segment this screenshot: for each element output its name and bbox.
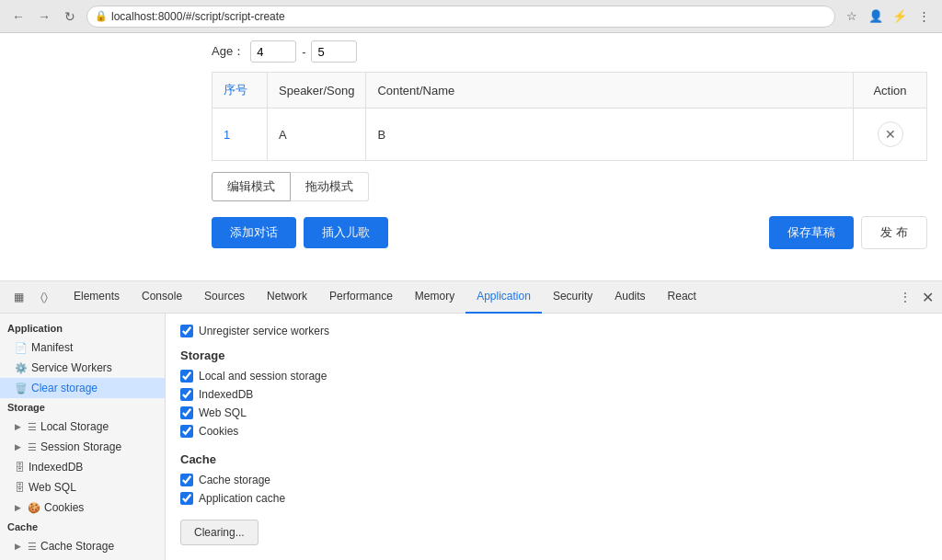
storage-section: Storage Local and session storage Indexe… <box>180 349 927 438</box>
cache-section-title: Cache <box>180 452 927 466</box>
extensions-button[interactable]: ⚡ <box>889 6 911 28</box>
age-separator: - <box>302 45 305 59</box>
profile-button[interactable]: 👤 <box>865 6 887 28</box>
cache-storage-icon: ☰ <box>28 541 37 553</box>
back-button[interactable]: ← <box>7 6 29 28</box>
cookies-icon: 🍪 <box>28 502 40 514</box>
age-input-1[interactable] <box>250 40 296 63</box>
row-speaker: A <box>279 128 287 142</box>
age-input-2[interactable] <box>311 40 357 63</box>
devtools: ▦ 〈〉 Elements Console Sources Network Pe… <box>0 281 942 560</box>
sidebar-item-local-storage[interactable]: ▶ ☰ Local Storage <box>0 417 165 437</box>
cache-storage-checkbox[interactable] <box>180 474 193 486</box>
more-tabs-button[interactable]: ⋮ <box>894 286 916 308</box>
table-row: 1 A B ✕ <box>213 109 927 161</box>
clear-storage-icon: 🗑️ <box>15 383 28 394</box>
unregister-label: Unregister service workers <box>199 325 329 337</box>
insert-song-button[interactable]: 插入儿歌 <box>304 217 388 248</box>
web-sql-icon: 🗄 <box>15 482 25 493</box>
tab-security[interactable]: Security <box>542 281 603 314</box>
col-header-number: 序号 <box>213 73 268 109</box>
browser-chrome: ← → ↻ 🔒 localhost:8000/#/script/script-c… <box>0 0 942 33</box>
local-storage-arrow: ▶ <box>15 422 24 431</box>
delete-row-button[interactable]: ✕ <box>878 121 903 147</box>
tab-memory[interactable]: Memory <box>404 281 465 314</box>
action-row: 添加对话 插入儿歌 保存草稿 发 布 <box>212 216 927 249</box>
clear-button[interactable]: Clearing... <box>180 520 258 545</box>
unregister-row: Unregister service workers <box>180 325 927 337</box>
tab-performance[interactable]: Performance <box>318 281 404 314</box>
forward-button[interactable]: → <box>33 6 55 28</box>
devtools-close-button[interactable]: ✕ <box>916 286 938 308</box>
tab-audits[interactable]: Audits <box>603 281 656 314</box>
address-bar[interactable]: 🔒 localhost:8000/#/script/script-create <box>86 6 835 28</box>
application-cache-checkbox[interactable] <box>180 492 193 505</box>
sidebar-item-session-storage[interactable]: ▶ ☰ Session Storage <box>0 437 165 457</box>
mode-buttons: 编辑模式 拖动模式 <box>212 172 927 201</box>
sidebar-item-service-workers[interactable]: ⚙️ Service Workers <box>0 358 165 378</box>
sidebar-clear-storage-label: Clear storage <box>31 382 98 394</box>
inspect-element-button[interactable]: ▦ <box>7 286 29 308</box>
checkbox-cache-storage: Cache storage <box>180 474 927 486</box>
sidebar-item-cache-storage[interactable]: ▶ ☰ Cache Storage <box>0 536 165 556</box>
col-header-content: Content/Name <box>366 73 854 109</box>
session-storage-arrow: ▶ <box>15 442 24 451</box>
local-session-checkbox[interactable] <box>180 370 193 383</box>
checkbox-web-sql: Web SQL <box>180 406 927 419</box>
cache-storage-label: Cache storage <box>199 474 270 486</box>
lock-icon: 🔒 <box>95 10 108 22</box>
unregister-checkbox[interactable] <box>180 325 193 337</box>
checkbox-indexeddb: IndexedDB <box>180 388 927 401</box>
save-draft-button[interactable]: 保存草稿 <box>769 216 854 249</box>
star-button[interactable]: ☆ <box>841 6 863 28</box>
age-label: Age： <box>212 43 245 60</box>
col-header-speaker: Speaker/Song <box>268 73 366 109</box>
service-workers-icon: ⚙️ <box>15 362 28 374</box>
drag-mode-button[interactable]: 拖动模式 <box>291 172 369 201</box>
manifest-icon: 📄 <box>15 342 28 354</box>
sidebar-web-sql-label: Web SQL <box>29 481 76 494</box>
sidebar-item-cookies[interactable]: ▶ 🍪 Cookies <box>0 497 165 518</box>
sidebar-item-manifest[interactable]: 📄 Manifest <box>0 337 165 358</box>
sidebar-item-clear-storage[interactable]: 🗑️ Clear storage <box>0 378 165 398</box>
application-cache-label: Application cache <box>199 492 285 505</box>
sidebar-storage-header: Storage <box>0 398 165 417</box>
web-sql-checkbox[interactable] <box>180 406 193 419</box>
indexeddb-label: IndexedDB <box>199 388 253 401</box>
tab-network[interactable]: Network <box>256 281 318 314</box>
tab-console[interactable]: Console <box>131 281 193 314</box>
reload-button[interactable]: ↻ <box>59 6 81 28</box>
sidebar-item-application-cache[interactable]: 🗄 Application Cache <box>0 556 165 560</box>
sidebar-manifest-label: Manifest <box>31 341 73 354</box>
devtools-sidebar: Application 📄 Manifest ⚙️ Service Worker… <box>0 314 166 560</box>
cache-section: Cache Cache storage Application cache <box>180 452 927 505</box>
local-session-label: Local and session storage <box>199 370 327 383</box>
devtools-tabs: ▦ 〈〉 Elements Console Sources Network Pe… <box>0 281 942 314</box>
sidebar-item-indexeddb[interactable]: 🗄 IndexedDB <box>0 457 165 477</box>
action-row-left: 添加对话 插入儿歌 <box>212 217 388 248</box>
tab-react[interactable]: React <box>657 281 707 314</box>
cookies-checkbox[interactable] <box>180 425 193 438</box>
more-button[interactable]: ⋮ <box>913 6 935 28</box>
session-storage-icon: ☰ <box>28 441 37 453</box>
tab-application[interactable]: Application <box>465 281 542 314</box>
main-content: Age： - 序号 Speaker/Song Content/Name Acti… <box>0 33 942 281</box>
cookies-arrow: ▶ <box>15 503 24 512</box>
add-dialog-button[interactable]: 添加对话 <box>212 217 296 248</box>
devtools-tab-icons: ▦ 〈〉 <box>7 286 63 308</box>
browser-toolbar-right: ☆ 👤 ⚡ ⋮ <box>841 6 935 28</box>
device-toolbar-button[interactable]: 〈〉 <box>33 286 55 308</box>
url-text: localhost:8000/#/script/script-create <box>111 10 285 23</box>
tab-elements[interactable]: Elements <box>63 281 131 314</box>
age-row: Age： - <box>212 40 927 63</box>
publish-button[interactable]: 发 布 <box>861 216 927 249</box>
sidebar-item-web-sql[interactable]: 🗄 Web SQL <box>0 477 165 497</box>
sidebar-cache-header: Cache <box>0 518 165 536</box>
tab-sources[interactable]: Sources <box>193 281 256 314</box>
checkbox-cookies: Cookies <box>180 425 927 438</box>
sidebar-session-storage-label: Session Storage <box>40 440 121 453</box>
col-header-action: Action <box>854 73 927 109</box>
indexeddb-checkbox[interactable] <box>180 388 193 401</box>
edit-mode-button[interactable]: 编辑模式 <box>212 172 291 201</box>
cache-storage-arrow: ▶ <box>15 542 24 551</box>
